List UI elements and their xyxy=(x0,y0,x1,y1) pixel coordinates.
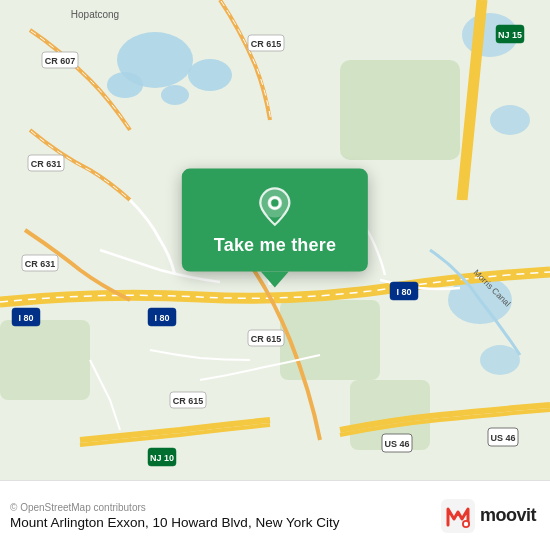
map-container: Hopatcong CR 607 CR 615 CR 631 CR 631 I … xyxy=(0,0,550,480)
svg-point-47 xyxy=(464,521,468,525)
button-overlay: Take me there xyxy=(182,169,368,288)
svg-text:CR 607: CR 607 xyxy=(45,56,76,66)
svg-text:NJ 10: NJ 10 xyxy=(150,453,174,463)
svg-point-43 xyxy=(271,199,278,206)
info-bar: © OpenStreetMap contributors Mount Arlin… xyxy=(0,480,550,550)
svg-point-3 xyxy=(107,72,143,98)
copyright-text: © OpenStreetMap contributors xyxy=(10,502,441,513)
take-me-there-card[interactable]: Take me there xyxy=(182,169,368,272)
svg-text:US 46: US 46 xyxy=(384,439,409,449)
svg-point-2 xyxy=(188,59,232,91)
svg-text:CR 631: CR 631 xyxy=(31,159,62,169)
svg-text:CR 631: CR 631 xyxy=(25,259,56,269)
svg-text:Hopatcong: Hopatcong xyxy=(71,9,119,20)
svg-rect-9 xyxy=(340,60,460,160)
moovit-brand-name: moovit xyxy=(480,505,536,526)
svg-text:I 80: I 80 xyxy=(18,313,33,323)
svg-text:I 80: I 80 xyxy=(154,313,169,323)
svg-text:NJ 15: NJ 15 xyxy=(498,30,522,40)
card-pointer xyxy=(261,272,289,288)
svg-point-4 xyxy=(161,85,189,105)
svg-point-8 xyxy=(480,345,520,375)
svg-rect-45 xyxy=(441,499,475,533)
svg-text:US 46: US 46 xyxy=(490,433,515,443)
moovit-logo: moovit xyxy=(441,499,536,533)
address-block: © OpenStreetMap contributors Mount Arlin… xyxy=(10,502,441,530)
location-pin-icon xyxy=(255,187,295,227)
svg-text:CR 615: CR 615 xyxy=(173,396,204,406)
svg-text:CR 615: CR 615 xyxy=(251,39,282,49)
svg-text:I 80: I 80 xyxy=(396,287,411,297)
moovit-logo-icon xyxy=(441,499,475,533)
svg-rect-11 xyxy=(0,320,90,400)
take-me-there-button-label: Take me there xyxy=(214,235,336,256)
svg-point-6 xyxy=(490,105,530,135)
address-text: Mount Arlington Exxon, 10 Howard Blvd, N… xyxy=(10,515,441,530)
svg-rect-10 xyxy=(280,300,380,380)
svg-text:CR 615: CR 615 xyxy=(251,334,282,344)
